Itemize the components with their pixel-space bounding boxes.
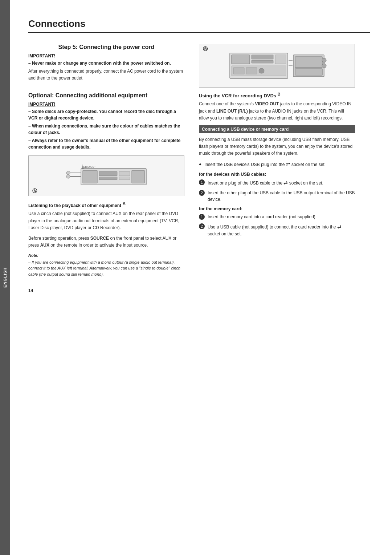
svg-point-26 [322, 58, 326, 62]
important-text-2b: – When making connections, make sure the… [28, 123, 184, 136]
memory-step-2: 2 Use a USB cable (not supplied) to conn… [199, 223, 355, 237]
memory-card-title: for the memory card: [199, 206, 355, 211]
usb-cable-step-2-text: Insert the other plug of the USB cable t… [208, 190, 355, 203]
usb-cable-step-1-text: Insert one plug of the USB cable to the … [208, 179, 323, 187]
main-content: Connections Step 5: Connecting the power… [10, 0, 392, 555]
note-body: – If you are connecting equipment with a… [28, 260, 180, 276]
svg-rect-18 [275, 55, 286, 64]
playback-body-2: Before starting operation, press SOURCE … [28, 235, 184, 249]
usb-main-bullet: ● Insert the USB device's USB plug into … [199, 161, 355, 168]
important-text-1: – Never make or change any connection wi… [28, 60, 184, 66]
playback-body-1: Use a cinch cable (not supplied) to conn… [28, 210, 184, 231]
important-label-1: IMPORTANT! [28, 53, 184, 58]
svg-rect-21 [246, 68, 257, 74]
svg-text:R: R [82, 167, 84, 170]
usb-cables-title: for the devices with USB cables: [199, 172, 355, 177]
device-label-b: Ⓑ [203, 46, 208, 52]
bullet-dot: ● [199, 161, 201, 168]
svg-rect-5 [119, 177, 130, 180]
vcr-body: Connect one of the system's VIDEO OUT ja… [199, 101, 355, 122]
playback-title: Listening to the playback of other equip… [28, 201, 184, 208]
page-container: English Connections Step 5: Connecting t… [0, 0, 392, 555]
vcr-image-b: Ⓑ [199, 44, 355, 88]
left-column: Step 5: Connecting the power cord IMPORT… [28, 44, 184, 293]
optional-title: Optional: Connecting additional equipmen… [28, 92, 184, 99]
device-image-a: AUDIO OUT L R Ⓐ [28, 155, 184, 196]
usb-bullet-text: Insert the USB device's USB plug into th… [204, 161, 326, 168]
note-label: Note: [28, 252, 184, 259]
mem-step-number-1: 1 [199, 214, 205, 220]
two-column-layout: Step 5: Connecting the power cord IMPORT… [28, 44, 370, 293]
svg-rect-20 [233, 68, 244, 74]
svg-rect-3 [99, 177, 117, 180]
usb-intro: By connecting a USB mass storage device … [199, 136, 355, 157]
svg-rect-24 [295, 57, 322, 68]
vcr-title: Using the VCR for recording DVDs B [199, 92, 355, 98]
memory-step-1: 1 Insert the memory card into a card rea… [199, 214, 355, 220]
svg-rect-22 [259, 68, 264, 73]
svg-point-10 [66, 175, 70, 178]
important-text-2a: – Some discs are copy-protected. You can… [28, 108, 184, 121]
step-number-2: 2 [199, 190, 205, 196]
device-svg-a: AUDIO OUT L R [59, 161, 154, 190]
page-number: 14 [28, 288, 184, 293]
usb-section-header: Connecting a USB device or memory card [199, 125, 355, 133]
vcr-svg-b [226, 48, 328, 84]
note-section: Note: – If you are connecting equipment … [28, 252, 184, 277]
important-text-2c: – Always refer to the owner's manual of … [28, 137, 184, 150]
step-number-1: 1 [199, 179, 205, 185]
page-title: Connections [28, 18, 370, 33]
sidebar: English [0, 0, 10, 555]
svg-rect-4 [119, 171, 130, 176]
svg-rect-17 [252, 60, 273, 63]
step5-body: After everything is connected properly, … [28, 68, 184, 82]
usb-cable-step-2: 2 Insert the other plug of the USB cable… [199, 190, 355, 203]
step5-title: Step 5: Connecting the power cord [28, 44, 184, 50]
svg-rect-15 [232, 55, 250, 64]
svg-point-27 [322, 64, 326, 68]
language-label: English [3, 267, 7, 288]
memory-step-2-text: Use a USB cable (not supplied) to connec… [208, 223, 355, 237]
svg-rect-2 [99, 171, 117, 176]
mem-step-number-2: 2 [199, 223, 205, 229]
device-label-a: Ⓐ [32, 188, 37, 194]
svg-point-9 [66, 171, 70, 175]
svg-rect-25 [295, 69, 322, 75]
memory-step-1-text: Insert the memory card into a card reade… [208, 214, 317, 220]
usb-cable-step-1: 1 Insert one plug of the USB cable to th… [199, 179, 355, 187]
svg-text:L: L [82, 164, 83, 167]
svg-rect-16 [252, 55, 273, 59]
important-label-2: IMPORTANT! [28, 102, 184, 107]
svg-rect-1 [83, 170, 97, 183]
svg-rect-6 [132, 170, 144, 183]
right-column: Ⓑ [199, 44, 355, 293]
